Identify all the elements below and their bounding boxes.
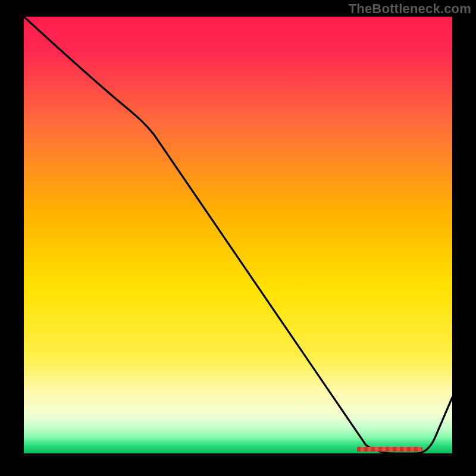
chart-frame: TheBottleneck.com (0, 0, 476, 476)
curve-path (24, 17, 452, 453)
watermark-text: TheBottleneck.com (349, 1, 471, 17)
bottleneck-curve (24, 17, 452, 453)
optimum-marker (357, 447, 422, 452)
plot-area (24, 17, 452, 453)
